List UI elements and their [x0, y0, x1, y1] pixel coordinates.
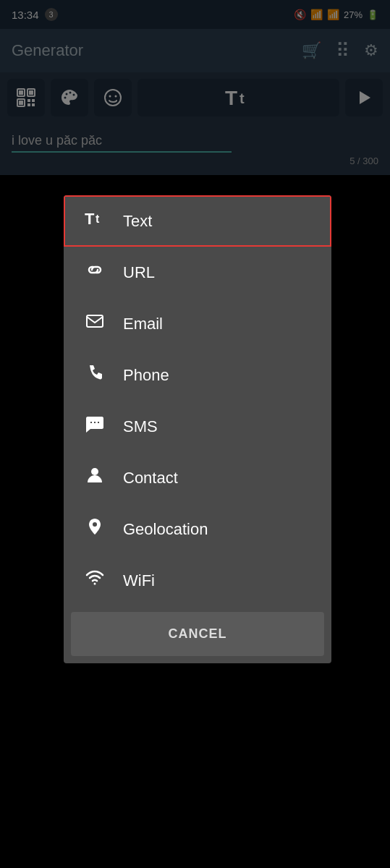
dialog-item-wifi-label: WiFi	[123, 571, 155, 590]
svg-point-28	[94, 583, 96, 585]
svg-rect-24	[94, 422, 96, 423]
dialog-item-geo-label: Geolocation	[123, 520, 208, 539]
email-icon	[84, 311, 106, 336]
cancel-button[interactable]: CANCEL	[71, 612, 324, 656]
svg-text:t: t	[96, 213, 100, 225]
dialog-item-url-label: URL	[123, 263, 155, 282]
dialog-item-contact-label: Contact	[123, 469, 178, 488]
phone-icon	[84, 362, 106, 388]
dialog-item-wifi[interactable]: WiFi	[64, 555, 331, 606]
text-icon: T t	[84, 208, 106, 234]
svg-rect-22	[87, 315, 103, 327]
dialog-item-sms-label: SMS	[123, 417, 158, 436]
geo-icon	[84, 516, 106, 542]
dialog-item-url[interactable]: URL	[64, 247, 331, 298]
dialog-item-geolocation[interactable]: Geolocation	[64, 503, 331, 555]
url-icon	[84, 260, 106, 285]
svg-point-26	[91, 468, 98, 475]
dialog-item-sms[interactable]: SMS	[64, 401, 331, 452]
type-selector-dialog: T t Text URL Email	[64, 195, 331, 663]
dialog-item-phone-label: Phone	[123, 366, 169, 385]
sms-icon	[84, 414, 106, 439]
dialog-item-phone[interactable]: Phone	[64, 349, 331, 401]
dialog-item-contact[interactable]: Contact	[64, 452, 331, 503]
svg-text:T: T	[85, 210, 95, 228]
svg-rect-23	[90, 422, 92, 423]
dialog-item-text-label: Text	[123, 212, 152, 231]
svg-point-27	[93, 522, 97, 527]
cancel-label: CANCEL	[169, 626, 227, 642]
dialog-item-email[interactable]: Email	[64, 298, 331, 349]
wifi-icon	[84, 568, 106, 593]
dialog-item-email-label: Email	[123, 315, 163, 333]
contact-icon	[84, 465, 106, 490]
dialog-item-text[interactable]: T t Text	[64, 195, 331, 247]
svg-rect-25	[98, 422, 99, 423]
